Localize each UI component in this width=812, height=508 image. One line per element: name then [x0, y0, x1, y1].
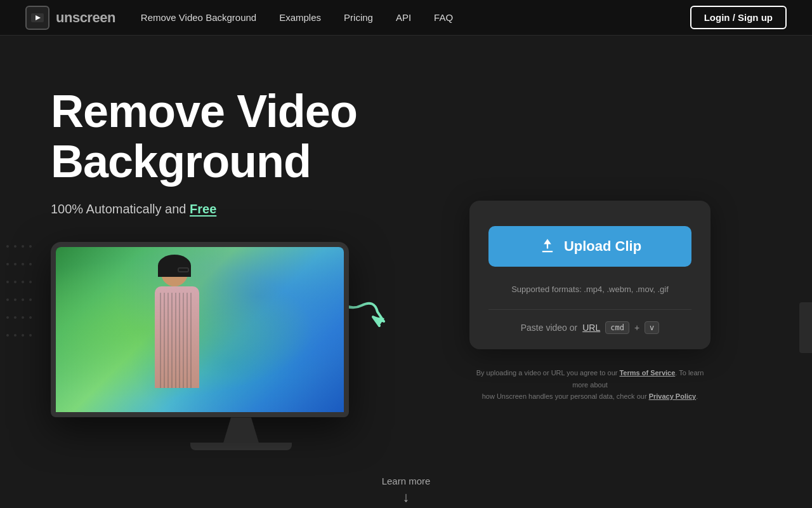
hero-subtitle: 100% Automatically and Free [51, 202, 431, 217]
navbar: unscreen Remove Video Background Example… [0, 0, 812, 36]
nav-faq[interactable]: FAQ [434, 12, 453, 23]
monitor [51, 242, 349, 417]
dot-grid-left-decoration [0, 239, 38, 353]
play-icon [31, 13, 44, 22]
nav-left: unscreen Remove Video Background Example… [25, 6, 453, 30]
monitor-stand [216, 417, 266, 443]
logo[interactable]: unscreen [25, 6, 115, 30]
upload-card: Upload Clip Supported formats: .mp4, .we… [469, 201, 710, 349]
person-silhouette [142, 260, 218, 412]
nav-pricing[interactable]: Pricing [344, 12, 373, 23]
person-hair [158, 255, 191, 277]
logo-icon [25, 6, 49, 30]
hero-section: Remove Video Background 100% Automatical… [0, 36, 812, 505]
upload-icon [539, 237, 556, 255]
hero-left: Remove Video Background 100% Automatical… [51, 86, 431, 450]
divider [488, 309, 691, 310]
v-key: v [645, 321, 659, 334]
terms-text: By uploading a video or URL you agree to… [469, 367, 710, 403]
dot-grid-right-decoration [799, 302, 812, 353]
paste-label: Paste video or [521, 323, 578, 333]
logo-text: unscreen [56, 10, 115, 26]
cmd-key: cmd [605, 321, 629, 334]
free-highlight: Free [190, 202, 216, 216]
supported-formats-text: Supported formats: .mp4, .webm, .mov, .g… [488, 284, 691, 294]
upload-clip-button[interactable]: Upload Clip [488, 226, 691, 267]
paste-area: Paste video or URL cmd + v [488, 321, 691, 334]
nav-examples[interactable]: Examples [279, 12, 321, 23]
nav-links: Remove Video Background Examples Pricing… [141, 12, 453, 23]
learn-more-arrow-icon: ↓ [382, 489, 431, 505]
hero-right: Upload Clip Supported formats: .mp4, .we… [469, 201, 710, 403]
terms-of-service-link[interactable]: Terms of Service [619, 369, 675, 377]
nav-api[interactable]: API [396, 12, 411, 23]
plus-symbol: + [634, 323, 639, 333]
nav-remove-bg[interactable]: Remove Video Background [141, 12, 256, 23]
monitor-screen [56, 247, 344, 412]
monitor-wrapper [51, 242, 431, 450]
person-body [155, 286, 199, 388]
monitor-base [190, 443, 292, 450]
login-button[interactable]: Login / Sign up [690, 6, 787, 29]
url-link[interactable]: URL [582, 323, 600, 333]
person-glasses [178, 267, 189, 272]
hero-title: Remove Video Background [51, 86, 431, 187]
learn-more[interactable]: Learn more ↓ [382, 476, 431, 505]
person-head [161, 260, 188, 286]
privacy-policy-link[interactable]: Privacy Policy [649, 392, 697, 400]
